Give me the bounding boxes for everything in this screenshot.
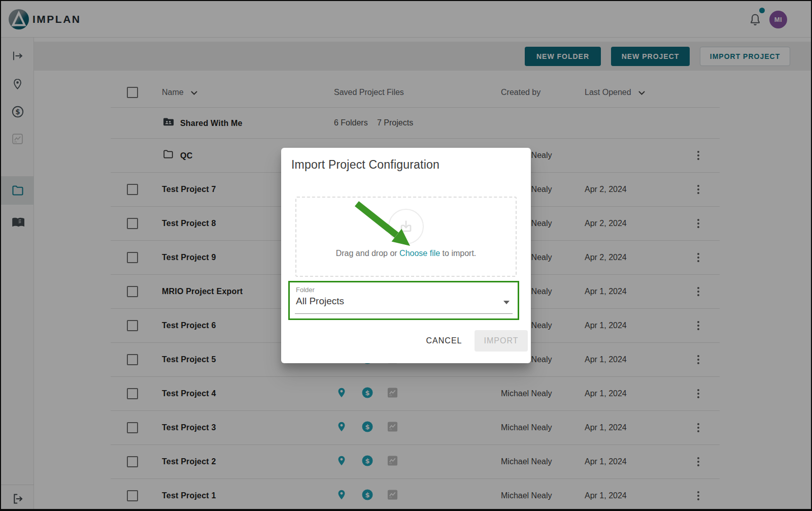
select-caret-icon[interactable]: [503, 301, 510, 304]
choose-file-link[interactable]: Choose file: [399, 249, 440, 258]
file-dropzone[interactable]: Drag and drop or Choose file to import.: [295, 197, 517, 277]
import-project-dialog: Import Project Configuration Drag and dr…: [281, 148, 531, 363]
dropzone-instructions: Drag and drop or Choose file to import.: [296, 249, 516, 258]
folder-field-label: Folder: [296, 286, 315, 294]
folder-select-annotated: Folder All Projects: [288, 281, 519, 320]
select-underline: [295, 313, 513, 314]
folder-select-value[interactable]: All Projects: [296, 296, 344, 307]
app-window: IMPLAN MI $: [0, 0, 812, 511]
cancel-button[interactable]: CANCEL: [417, 330, 471, 352]
import-button-disabled[interactable]: IMPORT: [475, 330, 528, 352]
dialog-title: Import Project Configuration: [291, 158, 439, 172]
download-circle-icon: [388, 209, 424, 244]
